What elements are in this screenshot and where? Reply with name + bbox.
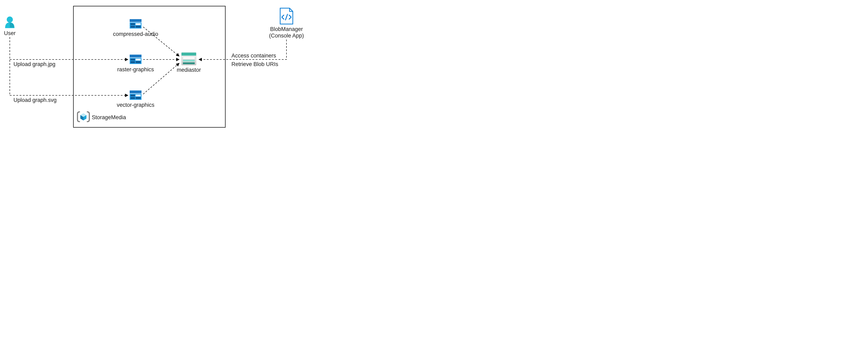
- svg-rect-26: [183, 60, 195, 62]
- container-icon: [130, 91, 142, 100]
- app-icon: [280, 8, 293, 24]
- svg-rect-25: [183, 57, 195, 59]
- svg-rect-5: [130, 19, 142, 22]
- upload-svg-label: Upload graph.svg: [13, 97, 57, 103]
- svg-rect-24: [182, 53, 196, 56]
- container-icon: [130, 55, 142, 64]
- svg-rect-8: [135, 23, 141, 25]
- container-icon: [130, 19, 142, 29]
- svg-rect-15: [130, 61, 135, 63]
- connector-compressed-to-mediastor: [143, 27, 179, 56]
- container-compressed-audio: [130, 19, 142, 29]
- upload-jpg-label: Upload graph.jpg: [13, 61, 56, 67]
- app-label-line2: (Console App): [269, 33, 304, 39]
- svg-rect-14: [135, 59, 141, 61]
- storage-account-icon: [182, 53, 196, 65]
- container-vector-graphics: [130, 91, 142, 100]
- app-label-line1: BlobManager: [270, 26, 303, 32]
- svg-rect-16: [135, 61, 141, 63]
- svg-rect-13: [130, 59, 135, 61]
- svg-rect-19: [130, 95, 135, 96]
- svg-rect-27: [183, 62, 195, 64]
- svg-rect-9: [130, 26, 135, 28]
- container-raster-graphics: [130, 55, 142, 64]
- resource-group-icon: [78, 112, 89, 122]
- architecture-diagram: StorageMedia User Upload graph.jpg Uploa…: [0, 0, 310, 128]
- storage-account-label: mediastor: [177, 67, 201, 73]
- container-compressed-audio-label: compressed-audio: [113, 31, 158, 37]
- svg-rect-10: [135, 26, 141, 28]
- svg-rect-20: [135, 95, 141, 96]
- svg-rect-22: [135, 97, 141, 99]
- app-retrieve-label: Retrieve Blob URIs: [231, 61, 278, 67]
- svg-rect-21: [130, 97, 135, 99]
- user-label: User: [4, 30, 16, 36]
- resource-group-label: StorageMedia: [92, 114, 126, 121]
- user-icon: [5, 17, 14, 28]
- svg-rect-7: [130, 23, 135, 25]
- svg-point-4: [7, 17, 13, 23]
- container-vector-graphics-label: vector-graphics: [117, 102, 155, 108]
- app-access-label: Access containers: [231, 53, 276, 59]
- svg-rect-11: [130, 55, 142, 58]
- container-raster-graphics-label: raster-graphics: [117, 66, 154, 72]
- svg-rect-17: [130, 91, 142, 93]
